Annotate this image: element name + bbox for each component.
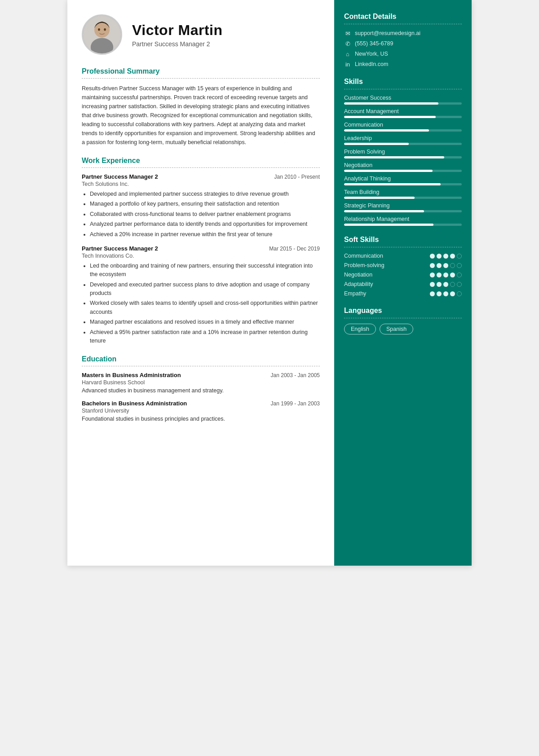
languages-title: Languages (344, 307, 462, 315)
education-title: Education (82, 355, 320, 363)
right-column: Contact Details ✉ support@resumedesign.a… (334, 0, 472, 566)
soft-skill-item: Empathy (344, 290, 462, 297)
contact-item-email: ✉ support@resumedesign.ai (344, 30, 462, 37)
skill-bar-fill (344, 197, 415, 199)
languages-divider (344, 318, 462, 318)
soft-dots (430, 273, 462, 277)
soft-skills-title: Soft Skills (344, 236, 462, 244)
edu-school: Stanford University (82, 408, 320, 414)
soft-skill-item: Adaptability (344, 281, 462, 287)
skill-bar-bg (344, 143, 462, 145)
edu-description: Advanced studies in business management … (82, 387, 320, 394)
skills-section: Skills Customer Success Account Manageme… (344, 78, 462, 226)
skill-bar-bg (344, 116, 462, 118)
dot-filled (437, 273, 442, 277)
bullet-item: Achieved a 95% partner satisfaction rate… (90, 328, 320, 346)
language-tag: Spanish (380, 324, 413, 334)
soft-dots (430, 263, 462, 268)
skill-bar-bg (344, 183, 462, 185)
contact-text: NewYork, US (355, 51, 388, 57)
skill-bar-fill (344, 183, 441, 185)
skill-item: Negotiation (344, 162, 462, 172)
skill-bar-fill (344, 210, 424, 212)
skill-bar-fill (344, 116, 436, 118)
work-experience-title: Work Experience (82, 157, 320, 165)
summary-section: Professional Summary Results-driven Part… (82, 67, 320, 147)
skill-item: Strategic Planning (344, 202, 462, 212)
edu-degree: Bachelors in Business Administration (82, 400, 187, 407)
job-item-0: Partner Success Manager 2 Jan 2010 - Pre… (82, 173, 320, 239)
edu-header: Bachelors in Business Administration Jan… (82, 400, 320, 407)
soft-skills-section: Soft Skills Communication Problem-solvin… (344, 236, 462, 297)
skill-name: Relationship Management (344, 216, 462, 222)
education-list: Masters in Business Administration Jan 2… (82, 372, 320, 422)
skill-bar-fill (344, 156, 444, 158)
edu-school: Harvard Business School (82, 379, 320, 386)
left-column: Victor Martin Partner Success Manager 2 … (67, 0, 334, 566)
dot-filled (450, 291, 455, 296)
company-name: Tech Solutions Inc. (82, 181, 320, 187)
resume-header: Victor Martin Partner Success Manager 2 (82, 14, 320, 55)
skills-list: Customer Success Account Management Comm… (344, 95, 462, 226)
bullet-item: Analyzed partner performance data to ide… (90, 220, 320, 229)
skill-item: Customer Success (344, 95, 462, 105)
job-date: Mar 2015 - Dec 2019 (269, 246, 320, 252)
soft-skills-list: Communication Problem-solving Negotiatio… (344, 253, 462, 297)
dot-filled (443, 291, 448, 296)
resume-wrapper: Victor Martin Partner Success Manager 2 … (67, 0, 472, 566)
skill-bar-bg (344, 156, 462, 158)
soft-dots (430, 254, 462, 259)
job-date: Jan 2010 - Present (274, 174, 320, 180)
job-header: Partner Success Manager 2 Mar 2015 - Dec… (82, 245, 320, 252)
skill-item: Relationship Management (344, 216, 462, 226)
avatar (82, 14, 122, 55)
edu-item-0: Masters in Business Administration Jan 2… (82, 372, 320, 394)
skill-bar-fill (344, 129, 429, 132)
dot-filled (437, 263, 442, 268)
svg-point-5 (104, 28, 106, 31)
bullet-item: Developed and executed partner success p… (90, 281, 320, 298)
education-section: Education Masters in Business Administra… (82, 355, 320, 422)
skill-name: Leadership (344, 135, 462, 141)
edu-item-1: Bachelors in Business Administration Jan… (82, 400, 320, 422)
contact-item-phone: ✆ (555) 345-6789 (344, 40, 462, 47)
job-bullets: Led the onboarding and training of new p… (82, 262, 320, 345)
bullet-item: Developed and implemented partner succes… (90, 190, 320, 198)
dot-empty (457, 273, 462, 277)
skill-bar-bg (344, 170, 462, 172)
soft-dots (430, 282, 462, 287)
soft-skill-name: Adaptability (344, 281, 393, 287)
soft-skills-divider (344, 247, 462, 247)
skill-bar-fill (344, 143, 409, 145)
skill-name: Communication (344, 122, 462, 128)
name-block: Victor Martin Partner Success Manager 2 (132, 22, 223, 48)
work-divider (82, 167, 320, 168)
work-experience-section: Work Experience Partner Success Manager … (82, 157, 320, 345)
skill-name: Team Building (344, 189, 462, 195)
skill-name: Strategic Planning (344, 202, 462, 209)
dot-empty (450, 282, 455, 287)
summary-text: Results-driven Partner Success Manager w… (82, 84, 320, 147)
soft-skill-name: Negotiation (344, 272, 393, 278)
dot-filled (437, 291, 442, 296)
dot-filled (450, 254, 455, 259)
skill-name: Account Management (344, 108, 462, 114)
language-tag: English (344, 324, 376, 334)
soft-skill-item: Problem-solving (344, 262, 462, 268)
dot-filled (430, 291, 435, 296)
company-name: Tech Innovations Co. (82, 253, 320, 259)
dot-filled (443, 263, 448, 268)
contact-item-location: ⌂ NewYork, US (344, 50, 462, 57)
skill-item: Analytical Thinking (344, 176, 462, 185)
skill-name: Problem Solving (344, 149, 462, 155)
skill-bar-bg (344, 210, 462, 212)
edu-description: Foundational studies in business princip… (82, 416, 320, 422)
email-icon: ✉ (344, 30, 351, 37)
dot-filled (443, 273, 448, 277)
summary-divider (82, 78, 320, 79)
contact-list: ✉ support@resumedesign.ai ✆ (555) 345-67… (344, 30, 462, 68)
job-title: Partner Success Manager 2 (82, 173, 158, 180)
skill-item: Team Building (344, 189, 462, 199)
dot-filled (450, 273, 455, 277)
dot-filled (437, 282, 442, 287)
